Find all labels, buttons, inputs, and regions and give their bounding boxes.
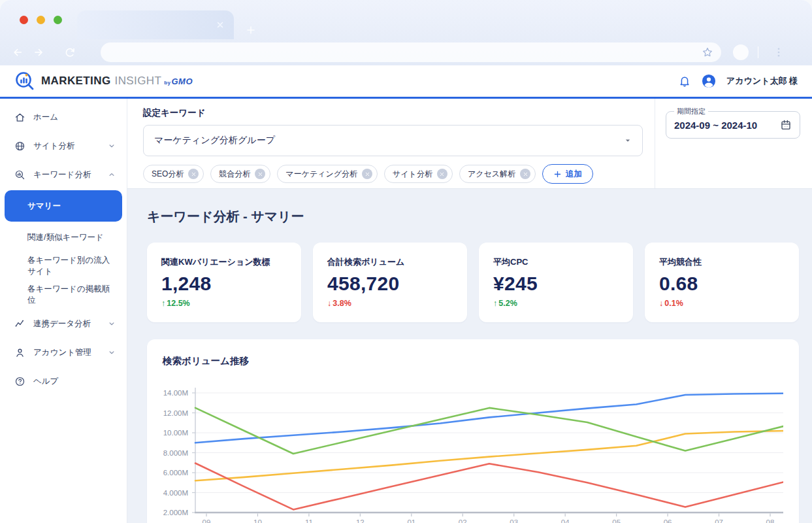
svg-text:10.00M: 10.00M xyxy=(163,429,188,437)
kpi-label: 平均CPC xyxy=(493,256,620,268)
account-name[interactable]: アカウント太郎 様 xyxy=(726,75,798,87)
remove-tag-icon[interactable] xyxy=(255,169,265,179)
remove-tag-icon[interactable] xyxy=(362,169,372,179)
kpi-delta: ↓ 3.8% xyxy=(327,299,454,308)
browser-tab[interactable] xyxy=(77,10,234,39)
content-area: キーワード分析 - サマリー 関連KWバリエーション数標 1,248 ↑ 12.… xyxy=(127,189,812,523)
chart-title: 検索ボリューム推移 xyxy=(163,355,783,367)
sidebar-item[interactable]: 関連/類似キーワード xyxy=(0,223,127,252)
page-title: キーワード分析 - サマリー xyxy=(147,207,812,226)
header-right: アカウント太郎 様 xyxy=(678,74,798,88)
browser-chrome xyxy=(0,0,812,65)
notification-bell-icon[interactable] xyxy=(678,75,691,88)
keyword-tag-chip[interactable]: サイト分析 xyxy=(384,165,453,183)
new-tab-icon[interactable] xyxy=(246,25,256,35)
logo-chart-magnifier-icon xyxy=(14,71,35,92)
chevron-up-icon xyxy=(107,170,116,179)
add-keyword-button[interactable]: 追加 xyxy=(542,164,593,184)
kpi-cards: 関連KWバリエーション数標 1,248 ↑ 12.5% 合計検索ボリューム 45… xyxy=(147,243,812,322)
keyword-group-value: マーケティング分析グループ xyxy=(154,135,275,146)
kpi-delta: ↓ 0.1% xyxy=(659,299,786,308)
user-icon xyxy=(14,347,25,358)
date-range-field[interactable]: 期間指定 2024-09 ~ 2024-10 xyxy=(666,107,800,139)
add-keyword-label: 追加 xyxy=(566,169,582,180)
sidebar-item[interactable]: アカウント管理 xyxy=(0,338,127,367)
browser-window: MARKETING INSIGHT by GMO アカウント太郎 様 ホーム xyxy=(0,0,812,523)
sidebar-nav: ホーム サイト分析 キーワード分析 サマリー 関連/類似キーワード xyxy=(0,99,127,523)
reload-icon[interactable] xyxy=(61,44,78,61)
account-avatar-icon[interactable] xyxy=(702,74,716,88)
svg-text:8.000M: 8.000M xyxy=(163,449,188,457)
calendar-icon[interactable] xyxy=(780,119,792,131)
remove-tag-icon[interactable] xyxy=(520,169,530,179)
maximize-window-button[interactable] xyxy=(54,16,62,24)
forward-icon[interactable] xyxy=(30,44,47,61)
kpi-delta-value: 3.8% xyxy=(333,299,351,308)
sidebar-item[interactable]: 各キーワードの掲載順位 xyxy=(0,280,127,309)
svg-text:14.00M: 14.00M xyxy=(163,389,188,397)
sidebar-item[interactable]: サイト分析 xyxy=(0,131,127,160)
svg-text:07: 07 xyxy=(715,518,723,523)
kpi-card: 合計検索ボリューム 458,720 ↓ 3.8% xyxy=(313,243,467,322)
svg-text:6.000M: 6.000M xyxy=(163,469,188,477)
close-window-button[interactable] xyxy=(20,16,28,24)
kpi-card: 関連KWバリエーション数標 1,248 ↑ 12.5% xyxy=(147,243,301,322)
keyword-group-select[interactable]: マーケティング分析グループ xyxy=(143,125,643,156)
sidebar-item-label: 各キーワードの掲載順位 xyxy=(27,284,116,306)
tab-close-icon[interactable] xyxy=(216,20,225,29)
svg-text:04: 04 xyxy=(561,518,570,523)
sidebar-item[interactable]: ホーム xyxy=(0,103,127,131)
chevron-down-icon xyxy=(107,348,116,357)
browser-menu-icon[interactable] xyxy=(773,46,785,58)
keyword-filter-panel: 設定キーワード マーケティング分析グループ SEO分析 競 xyxy=(127,99,812,189)
app-logo[interactable]: MARKETING INSIGHT by GMO xyxy=(14,71,193,92)
browser-profile-avatar[interactable] xyxy=(733,44,749,60)
keyword-tag-label: SEO分析 xyxy=(152,169,184,180)
remove-tag-icon[interactable] xyxy=(188,169,199,179)
trend-arrow-icon: ↑ xyxy=(161,299,165,308)
keyword-tag-label: マーケティング分析 xyxy=(285,169,357,180)
kpi-card: 平均CPC ¥245 ↑ 5.2% xyxy=(479,243,633,322)
sidebar-item-label: アカウント管理 xyxy=(33,347,91,358)
svg-text:11: 11 xyxy=(305,518,313,523)
keyword-tag-label: 競合分析 xyxy=(219,169,250,180)
app-header: MARKETING INSIGHT by GMO アカウント太郎 様 xyxy=(0,65,812,99)
kpi-card: 平均競合性 0.68 ↓ 0.1% xyxy=(645,243,799,322)
svg-text:05: 05 xyxy=(612,518,621,523)
sidebar-item[interactable]: サマリー xyxy=(5,190,122,222)
keyword-tag-chip[interactable]: SEO分析 xyxy=(143,165,204,183)
minimize-window-button[interactable] xyxy=(37,16,45,24)
keyword-tag-chip[interactable]: 競合分析 xyxy=(210,165,270,183)
svg-text:09: 09 xyxy=(203,518,211,523)
trend-arrow-icon: ↓ xyxy=(327,299,331,308)
sidebar-item[interactable]: 各キーワード別の流入サイト xyxy=(0,252,127,280)
back-icon[interactable] xyxy=(9,44,26,61)
svg-text:10: 10 xyxy=(253,518,262,523)
address-bar[interactable] xyxy=(101,42,721,62)
brand-primary: MARKETING xyxy=(41,75,111,88)
keyword-tag-label: サイト分析 xyxy=(393,169,432,180)
kpi-delta: ↑ 12.5% xyxy=(161,299,288,308)
chevron-down-icon xyxy=(107,141,116,150)
sidebar-item[interactable]: 連携データ分析 xyxy=(0,309,127,338)
date-range-value: 2024-09 ~ 2024-10 xyxy=(674,120,757,131)
toolbar-divider xyxy=(758,46,758,58)
sidebar-item-label: ヘルプ xyxy=(33,376,58,387)
sidebar-item-label: サイト分析 xyxy=(33,141,74,152)
sidebar-item[interactable]: キーワード分析 xyxy=(0,160,127,189)
home-icon xyxy=(14,112,25,123)
svg-text:02: 02 xyxy=(459,518,467,523)
svg-text:12.00M: 12.00M xyxy=(163,409,188,417)
tab-strip xyxy=(0,0,812,39)
trend-arrow-icon: ↑ xyxy=(493,299,497,308)
sidebar-item-label: 連携データ分析 xyxy=(33,318,91,329)
remove-tag-icon[interactable] xyxy=(437,169,447,179)
brand-gmo: GMO xyxy=(171,76,193,86)
keyword-settings: 設定キーワード マーケティング分析グループ SEO分析 競 xyxy=(127,99,655,188)
bookmark-star-icon[interactable] xyxy=(702,46,713,58)
sidebar-item-label: 各キーワード別の流入サイト xyxy=(27,255,116,277)
keyword-tag-chip[interactable]: マーケティング分析 xyxy=(277,165,378,183)
keyword-tag-chip[interactable]: アクセス解析 xyxy=(459,165,536,183)
sidebar-item[interactable]: ヘルプ xyxy=(0,367,127,396)
brand-secondary: INSIGHT xyxy=(115,75,162,88)
